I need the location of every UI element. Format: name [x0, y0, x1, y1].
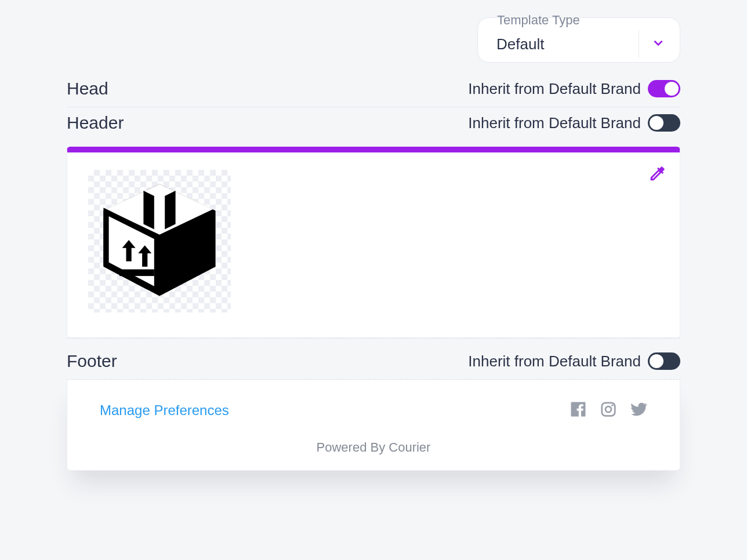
header-logo-preview[interactable]: [88, 170, 231, 312]
instagram-icon[interactable]: [600, 401, 617, 420]
manage-preferences-link[interactable]: Manage Preferences: [100, 402, 229, 419]
template-type-label: Template Type: [495, 13, 582, 28]
social-icons: [570, 401, 647, 420]
eyedropper-icon: [647, 176, 667, 186]
footer-title: Footer: [67, 351, 117, 371]
powered-by-text: Powered By Courier: [100, 440, 647, 455]
head-inherit-toggle[interactable]: [648, 80, 680, 97]
chevron-down-icon: [651, 35, 666, 53]
color-picker-button[interactable]: [647, 164, 667, 186]
svg-marker-4: [165, 191, 175, 230]
footer-section-row: Footer Inherit from Default Brand: [67, 339, 680, 380]
svg-rect-9: [119, 270, 154, 277]
header-preview-card: [67, 147, 680, 338]
header-inherit-toggle[interactable]: [648, 114, 680, 132]
twitter-icon[interactable]: [630, 401, 647, 420]
header-inherit-label: Inherit from Default Brand: [468, 114, 641, 132]
footer-inherit-toggle[interactable]: [648, 352, 680, 370]
facebook-icon[interactable]: [570, 401, 587, 420]
header-section-row: Header Inherit from Default Brand: [67, 107, 680, 141]
head-title: Head: [67, 79, 108, 99]
package-box-icon: [93, 173, 226, 309]
svg-point-12: [611, 405, 613, 406]
header-title: Header: [67, 113, 124, 133]
footer-inherit-label: Inherit from Default Brand: [468, 352, 641, 370]
svg-marker-3: [143, 191, 154, 230]
head-inherit-label: Inherit from Default Brand: [468, 80, 641, 98]
footer-preview-card: Manage Preferences Powered By Courier: [67, 380, 680, 471]
head-section-row: Head Inherit from Default Brand: [67, 73, 680, 107]
template-type-select[interactable]: Template Type Default: [477, 17, 680, 63]
svg-point-11: [605, 406, 611, 412]
template-type-value: Default: [496, 35, 544, 53]
